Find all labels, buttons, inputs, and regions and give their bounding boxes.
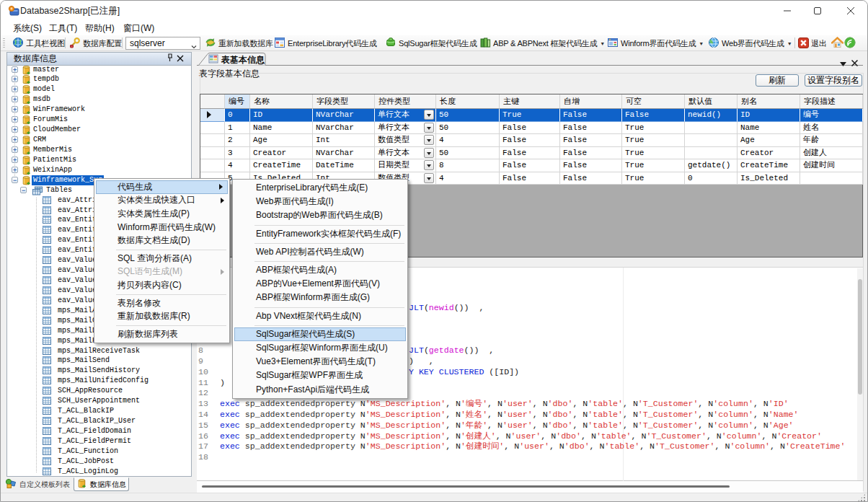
grid-cell[interactable]: False — [560, 159, 622, 172]
tree-node-T_ACL_FieldPermit[interactable]: T_ACL_FieldPermit — [7, 436, 191, 446]
menu-item-实体类属性生成(P)[interactable]: 实体类属性生成(P) — [94, 207, 229, 221]
tree-node-label[interactable]: MemberMis — [32, 145, 74, 155]
grid-cell[interactable]: ID — [250, 109, 313, 122]
expand-icon[interactable]: + — [12, 167, 18, 173]
grid-row-indicator[interactable] — [200, 109, 225, 122]
tree-node-T_ACL_BlackIP[interactable]: T_ACL_BlackIP — [7, 406, 191, 416]
tree-node-model[interactable]: +model — [7, 84, 191, 94]
grid-row-indicator[interactable] — [200, 147, 225, 160]
grid-cell[interactable]: NVarChar — [313, 147, 375, 160]
menu-item-SqlSugar框架WPF界面生成[interactable]: SqlSugar框架WPF界面生成 — [233, 369, 407, 382]
tree-node-label[interactable]: tempdb — [32, 74, 61, 84]
menu-item-刷新数据库列表[interactable]: 刷新数据库列表 — [94, 327, 229, 341]
tab-menu-icon[interactable] — [840, 56, 849, 64]
menu-item-数据库文档生成(D)[interactable]: 数据库文档生成(D) — [94, 234, 229, 247]
grid-cell[interactable]: 3 — [225, 147, 250, 160]
menu-item-表别名修改[interactable]: 表别名修改 — [94, 296, 229, 310]
menu-item-代码生成[interactable]: 代码生成 — [96, 180, 228, 194]
tree-node-label[interactable]: msdb — [32, 94, 52, 105]
grid-header-row-indicator[interactable] — [200, 94, 225, 109]
grid-cell[interactable]: 8 — [436, 159, 500, 172]
tree-node-label[interactable]: mps_MailReceiveTask — [56, 346, 141, 356]
dropdown-caret-icon[interactable]: ▼ — [600, 41, 605, 46]
grid-cell[interactable]: 4 — [225, 159, 250, 172]
grid-cell[interactable]: newid() — [685, 109, 738, 122]
menu-item-拷贝列表内容(C)[interactable]: 拷贝列表内容(C) — [94, 278, 229, 292]
grid-cell[interactable]: 0 — [225, 109, 250, 122]
grid-cell[interactable]: Creator — [250, 147, 313, 160]
combo-dropdown-icon[interactable] — [424, 173, 434, 183]
grid-cell[interactable]: True — [622, 172, 685, 185]
menu-item-SQL 查询分析器(A)[interactable]: SQL 查询分析器(A) — [94, 252, 229, 265]
tree-node-T_ACL_LoginLog[interactable]: T_ACL_LoginLog — [7, 467, 191, 477]
tree-node-mps_MailSend[interactable]: mps_MailSend — [7, 356, 191, 366]
expand-icon[interactable]: + — [12, 106, 18, 113]
grid-header-控件类型[interactable]: 控件类型 — [375, 94, 436, 109]
toolbar-button-sqlsugar[interactable]: SqlSugar框架代码生成 — [385, 36, 477, 50]
grid-cell[interactable]: False — [500, 147, 560, 160]
home-icon[interactable] — [831, 36, 846, 50]
grid-cell[interactable]: True — [500, 109, 560, 122]
tree-node-label[interactable]: WeixinApp — [32, 165, 74, 175]
menu-item-EntityFramework实体框架代码生成(F)[interactable]: EntityFramework实体框架代码生成(F) — [233, 227, 407, 241]
pin-icon[interactable] — [165, 53, 175, 63]
green-globe-icon[interactable] — [844, 36, 858, 50]
expand-icon[interactable]: + — [12, 86, 18, 92]
toolbar-button-toolbar-view[interactable]: 工具栏视图 — [12, 36, 65, 50]
combo-dropdown-icon[interactable] — [424, 110, 434, 120]
tree-node-label[interactable]: mps_MailSendHistory — [56, 366, 141, 376]
grid-cell[interactable]: False — [560, 147, 622, 160]
grid-header-主键[interactable]: 主键 — [500, 94, 560, 109]
dock-tab-自定义模板列表[interactable]: 自定义模板列表 — [3, 477, 72, 491]
sql-horizontal-scrollbar[interactable] — [197, 481, 863, 493]
grid-cell[interactable]: DateTime — [313, 159, 375, 172]
grid-cell[interactable]: 单行文本 — [375, 122, 436, 135]
grid-header-可空[interactable]: 可空 — [622, 94, 685, 109]
grid-cell[interactable]: False — [622, 109, 685, 122]
grid-cell[interactable]: False — [500, 122, 560, 135]
expand-icon[interactable]: + — [12, 126, 18, 133]
button-设置字段别名[interactable]: 设置字段别名 — [805, 74, 862, 87]
menu-item-ABP的Vue+Element界面代码(V)[interactable]: ABP的Vue+Element界面代码(V) — [233, 277, 407, 291]
grid-cell[interactable]: 50 — [436, 147, 500, 160]
menu-item-Python+FastApi后端代码生成[interactable]: Python+FastApi后端代码生成 — [233, 382, 407, 396]
grid-cell[interactable]: 50 — [436, 122, 500, 135]
tree-node-label[interactable]: Winframework_Sug — [32, 175, 104, 185]
combo-dropdown-icon[interactable] — [424, 148, 434, 158]
collapse-icon[interactable]: − — [20, 187, 27, 193]
tree-node-master[interactable]: +master — [7, 66, 191, 75]
tree-node-label[interactable]: T_ACL_Function — [56, 446, 120, 457]
tree-node-label[interactable]: T_ACL_FieldPermit — [56, 436, 133, 446]
tree-node-label[interactable]: SCH_AppResource — [56, 386, 124, 396]
database-type-combobox[interactable]: sqlserver — [125, 37, 200, 50]
menu-2[interactable]: 工具(T) — [49, 22, 77, 35]
grid-header-长度[interactable]: 长度 — [436, 94, 500, 109]
expand-icon[interactable]: + — [12, 66, 18, 73]
tree-node-T_ACL_BlackIP_User[interactable]: T_ACL_BlackIP_User — [7, 416, 191, 426]
dropdown-caret-icon[interactable]: ▼ — [787, 41, 792, 46]
grid-cell[interactable]: True — [622, 147, 685, 160]
tree-node-ForumMis[interactable]: +ForumMis — [7, 115, 191, 125]
menu-item-Bootstrap的Web界面代码生成(B)[interactable]: Bootstrap的Web界面代码生成(B) — [233, 208, 407, 222]
dock-tab-数据库信息[interactable]: 数据库信息 — [74, 477, 129, 491]
scrollbar-thumb[interactable] — [858, 279, 862, 395]
collapse-icon[interactable]: − — [12, 177, 18, 183]
maximize-button[interactable] — [801, 1, 834, 21]
toolbar-button-web[interactable]: Web界面代码生成▼ — [708, 36, 792, 50]
tree-node-mps_MailReceiveTask[interactable]: mps_MailReceiveTask — [7, 346, 191, 356]
resize-grip[interactable] — [858, 494, 865, 501]
grid-cell[interactable]: 姓名 — [800, 122, 863, 135]
grid-cell[interactable]: Age — [250, 134, 313, 147]
grid-cell[interactable]: 日期类型 — [375, 159, 436, 172]
tree-node-label[interactable]: ForumMis — [32, 115, 69, 125]
menu-item-SqlSugar框架代码生成(S)[interactable]: SqlSugar框架代码生成(S) — [234, 327, 406, 341]
expand-icon[interactable]: + — [12, 136, 18, 143]
combo-dropdown-icon[interactable] — [424, 160, 434, 170]
grid-cell[interactable]: ID — [738, 109, 800, 122]
grid-header-字段描述[interactable]: 字段描述 — [800, 94, 863, 109]
grid-cell[interactable]: True — [622, 159, 685, 172]
menu-item-Web界面代码生成(I)[interactable]: Web界面代码生成(I) — [233, 195, 407, 208]
grid-cell[interactable]: False — [500, 134, 560, 147]
tree-node-mps_MailSendHistory[interactable]: mps_MailSendHistory — [7, 366, 191, 376]
expand-icon[interactable]: + — [12, 76, 18, 82]
